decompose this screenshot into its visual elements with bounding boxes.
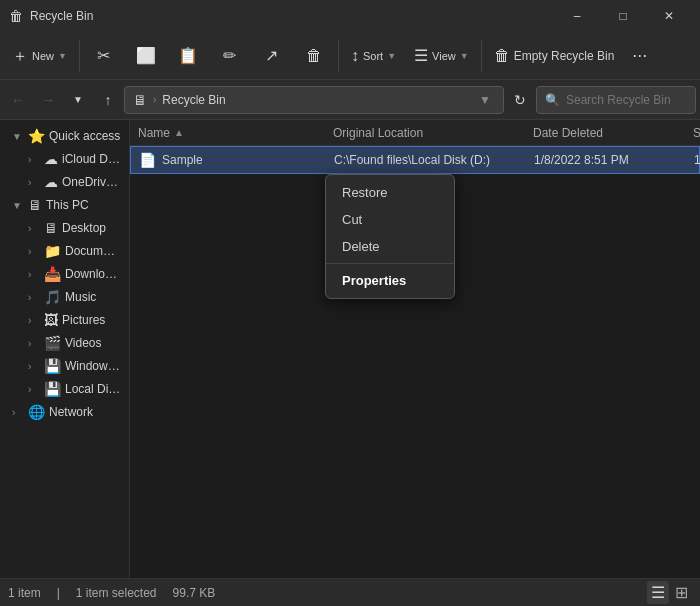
file-name-cell: 📄 Sample xyxy=(131,147,326,173)
paste-toolbar-button[interactable]: 📋 xyxy=(168,34,208,78)
empty-recycle-bin-button[interactable]: 🗑 Empty Recycle Bin xyxy=(486,34,623,78)
minimize-button[interactable]: – xyxy=(554,0,600,32)
col-size-label: Size xyxy=(693,126,700,140)
rename-icon: ✏ xyxy=(223,48,236,64)
sidebar-item-this-pc[interactable]: ▼ 🖥 This PC xyxy=(4,194,125,216)
refresh-button[interactable]: ↻ xyxy=(506,86,534,114)
new-icon: ＋ xyxy=(12,48,28,64)
cut-toolbar-button[interactable]: ✂ xyxy=(84,34,124,78)
address-path-text: Recycle Bin xyxy=(162,93,469,107)
address-bar: ← → ▼ ↑ 🖥 › Recycle Bin ▼ ↻ 🔍 xyxy=(0,80,700,120)
share-toolbar-button[interactable]: ↗ xyxy=(252,34,292,78)
quick-access-icon: ⭐ xyxy=(28,128,45,144)
status-selected-count: 1 item selected xyxy=(76,586,157,600)
sidebar-item-icloud-drive[interactable]: › ☁ iCloud Drive xyxy=(4,148,125,170)
address-path[interactable]: 🖥 › Recycle Bin ▼ xyxy=(124,86,504,114)
file-location-cell: C:\Found files\Local Disk (D:) xyxy=(326,147,526,173)
sort-icon: ↕ xyxy=(351,48,359,64)
sidebar-item-network[interactable]: › 🌐 Network xyxy=(4,401,125,423)
expand-icon: ▼ xyxy=(12,131,24,142)
file-body[interactable]: 📄 Sample C:\Found files\Local Disk (D:) … xyxy=(130,146,700,578)
windows-c-icon: 💾 xyxy=(44,358,61,374)
status-item-count: 1 item xyxy=(8,586,41,600)
title-bar: 🗑 Recycle Bin – □ ✕ xyxy=(0,0,700,32)
col-header-location[interactable]: Original Location xyxy=(325,120,525,145)
forward-button[interactable]: → xyxy=(34,86,62,114)
up-button[interactable]: ↑ xyxy=(94,86,122,114)
view-toggle: ☰ ⊞ xyxy=(647,581,692,604)
title-bar-title: Recycle Bin xyxy=(30,9,554,23)
icloud-icon: ☁ xyxy=(44,151,58,167)
toolbar-separator-3 xyxy=(481,40,482,72)
sidebar-item-label: Windows (C:) xyxy=(65,359,121,373)
more-options-button[interactable]: ··· xyxy=(624,41,655,70)
expand-icon: › xyxy=(28,177,40,188)
toolbar-separator-1 xyxy=(79,40,80,72)
sidebar-item-label: Videos xyxy=(65,336,101,350)
toolbar-separator-2 xyxy=(338,40,339,72)
sidebar-item-videos[interactable]: › 🎬 Videos xyxy=(4,332,125,354)
status-separator: | xyxy=(57,586,60,600)
col-header-size[interactable]: Size xyxy=(685,120,700,145)
sidebar-item-desktop[interactable]: › 🖥 Desktop xyxy=(4,217,125,239)
sidebar-item-windows-c[interactable]: › 💾 Windows (C:) xyxy=(4,355,125,377)
search-box[interactable]: 🔍 xyxy=(536,86,696,114)
sidebar-item-pictures[interactable]: › 🖼 Pictures xyxy=(4,309,125,331)
title-bar-controls: – □ ✕ xyxy=(554,0,692,32)
rename-toolbar-button[interactable]: ✏ xyxy=(210,34,250,78)
sidebar-item-label: This PC xyxy=(46,198,89,212)
delete-icon: 🗑 xyxy=(306,48,322,64)
context-menu-restore[interactable]: Restore xyxy=(326,179,454,206)
toolbar: ＋ New ▼ ✂ ⬜ 📋 ✏ ↗ 🗑 ↕ Sort ▼ ☰ View ▼ 🗑 … xyxy=(0,32,700,80)
sidebar-item-label: iCloud Drive xyxy=(62,152,121,166)
expand-icon: › xyxy=(28,154,40,165)
sidebar-item-label: Desktop xyxy=(62,221,106,235)
copy-icon: ⬜ xyxy=(136,48,156,64)
this-pc-icon: 🖥 xyxy=(28,197,42,213)
view-button[interactable]: ☰ View ▼ xyxy=(406,34,477,78)
view-label: View xyxy=(432,50,456,62)
col-header-date[interactable]: Date Deleted xyxy=(525,120,685,145)
address-dropdown-button[interactable]: ▼ xyxy=(475,93,495,107)
maximize-button[interactable]: □ xyxy=(600,0,646,32)
recent-locations-button[interactable]: ▼ xyxy=(64,86,92,114)
expand-icon: › xyxy=(28,223,40,234)
context-menu-properties[interactable]: Properties xyxy=(326,267,454,294)
back-button[interactable]: ← xyxy=(4,86,32,114)
search-input[interactable] xyxy=(566,93,687,107)
sidebar-item-quick-access[interactable]: ▼ ⭐ Quick access xyxy=(4,125,125,147)
col-name-label: Name xyxy=(138,126,170,140)
context-menu-cut[interactable]: Cut xyxy=(326,206,454,233)
music-icon: 🎵 xyxy=(44,289,61,305)
copy-toolbar-button[interactable]: ⬜ xyxy=(126,34,166,78)
table-row[interactable]: 📄 Sample C:\Found files\Local Disk (D:) … xyxy=(130,146,700,174)
sidebar-item-documents[interactable]: › 📁 Documents xyxy=(4,240,125,262)
sort-button[interactable]: ↕ Sort ▼ xyxy=(343,34,404,78)
empty-bin-label: Empty Recycle Bin xyxy=(514,49,615,63)
sidebar-item-label: OneDrive - Personal xyxy=(62,175,121,189)
file-header: Name ▲ Original Location Date Deleted Si… xyxy=(130,120,700,146)
expand-icon: › xyxy=(28,338,40,349)
delete-toolbar-button[interactable]: 🗑 xyxy=(294,34,334,78)
downloads-icon: 📥 xyxy=(44,266,61,282)
tiles-view-button[interactable]: ⊞ xyxy=(671,581,692,604)
file-icon: 📄 xyxy=(139,152,156,168)
context-menu-delete[interactable]: Delete xyxy=(326,233,454,260)
empty-bin-icon: 🗑 xyxy=(494,48,510,64)
expand-icon: ▼ xyxy=(12,200,24,211)
expand-icon: › xyxy=(28,269,40,280)
col-header-name[interactable]: Name ▲ xyxy=(130,120,325,145)
sidebar-item-music[interactable]: › 🎵 Music xyxy=(4,286,125,308)
sidebar-item-downloads[interactable]: › 📥 Downloads xyxy=(4,263,125,285)
sidebar-item-onedrive[interactable]: › ☁ OneDrive - Personal xyxy=(4,171,125,193)
details-view-button[interactable]: ☰ xyxy=(647,581,669,604)
expand-icon: › xyxy=(28,361,40,372)
main-content: ▼ ⭐ Quick access › ☁ iCloud Drive › ☁ On… xyxy=(0,120,700,578)
sidebar-item-local-disk-d[interactable]: › 💾 Local Disk (D:) xyxy=(4,378,125,400)
local-disk-d-icon: 💾 xyxy=(44,381,61,397)
status-bar: 1 item | 1 item selected 99.7 KB ☰ ⊞ xyxy=(0,578,700,606)
close-button[interactable]: ✕ xyxy=(646,0,692,32)
new-button[interactable]: ＋ New ▼ xyxy=(4,34,75,78)
expand-icon: › xyxy=(28,315,40,326)
sidebar-item-label: Downloads xyxy=(65,267,121,281)
